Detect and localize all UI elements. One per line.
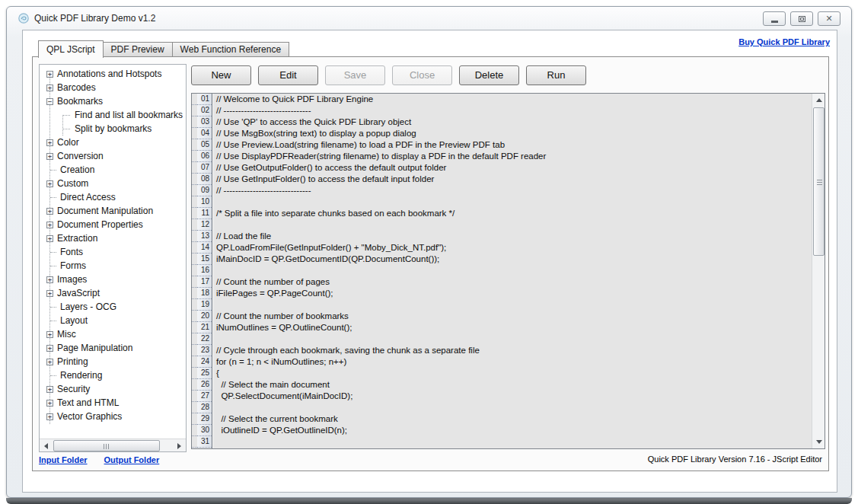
editor-vertical-scrollbar[interactable] (812, 94, 825, 448)
code-line[interactable] (213, 402, 812, 413)
expand-icon[interactable]: + (46, 71, 53, 78)
code-line[interactable]: iOutlineID = QP.GetOutlineID(n); (213, 425, 812, 436)
buy-quick-pdf-library-link[interactable]: Buy Quick PDF Library (738, 37, 830, 46)
tree-item-custom[interactable]: +Custom (40, 177, 186, 190)
code-line[interactable] (213, 436, 812, 448)
code-line[interactable] (213, 219, 812, 231)
tree-item-direct-access[interactable]: Direct Access (40, 190, 186, 204)
expand-icon[interactable]: + (46, 222, 53, 228)
code-line[interactable]: // Use 'QP' to access the Quick PDF Libr… (213, 116, 812, 128)
tree-item-find-and-list-all-bookmarks[interactable]: Find and list all bookmarks (40, 108, 186, 122)
tree-item-color[interactable]: +Color (40, 136, 186, 149)
code-line[interactable]: { (213, 368, 812, 379)
expand-icon[interactable]: + (46, 400, 53, 407)
run-button[interactable]: Run (526, 65, 586, 85)
new-button[interactable]: New (191, 65, 251, 85)
tree-item-rendering[interactable]: Rendering (40, 368, 186, 382)
code-line[interactable]: // Select the main document (213, 379, 812, 391)
expand-icon[interactable]: + (46, 386, 53, 393)
expand-icon[interactable]: + (46, 276, 53, 283)
tree-item-barcodes[interactable]: +Barcodes (40, 81, 186, 94)
delete-button[interactable]: Delete (459, 65, 519, 85)
tree-item-conversion[interactable]: +Conversion (40, 149, 186, 163)
code-line[interactable]: iNumOutlines = QP.OutlineCount(); (213, 322, 812, 333)
tree-item-split-by-bookmarks[interactable]: Split by bookmarks (40, 122, 186, 136)
code-line[interactable]: // Welcome to Quick PDF Library Engine (213, 94, 812, 105)
code-line[interactable]: // Use GetInputFolder() to access the de… (213, 174, 812, 185)
minimize-button[interactable] (763, 11, 786, 26)
scroll-right-arrow[interactable] (173, 439, 186, 452)
edit-button[interactable]: Edit (258, 65, 318, 85)
expand-icon[interactable]: + (46, 413, 53, 420)
code-line[interactable]: // Count the number of bookmarks (213, 311, 812, 322)
expand-icon[interactable]: + (46, 345, 53, 352)
code-line[interactable]: // Use DisplayPDFReader(string filename)… (213, 151, 812, 162)
tree-item-bookmarks[interactable]: −Bookmarks (40, 94, 186, 108)
maximize-button[interactable] (790, 11, 813, 26)
code-line[interactable]: /* Split a file into separate chunks bas… (213, 208, 812, 219)
tree-horizontal-scrollbar[interactable] (40, 439, 186, 451)
code-line[interactable] (213, 299, 812, 311)
code-line[interactable]: // Use GetOutputFolder() to access the d… (213, 162, 812, 174)
scroll-up-arrow[interactable] (812, 94, 825, 107)
client-area: Buy Quick PDF Library QPL JScriptPDF Pre… (22, 30, 837, 493)
scroll-left-arrow[interactable] (40, 439, 53, 452)
input-folder-link[interactable]: Input Folder (39, 455, 88, 464)
expand-icon[interactable]: + (46, 359, 53, 365)
tree-scrollbar-thumb[interactable] (53, 440, 160, 451)
tree-item-fonts[interactable]: Fonts (40, 245, 186, 259)
tree-item-annotations-and-hotspots[interactable]: +Annotations and Hotspots (40, 67, 186, 81)
expand-icon[interactable]: + (46, 331, 53, 338)
tree-item-forms[interactable]: Forms (40, 259, 186, 273)
scroll-down-arrow[interactable] (812, 435, 825, 448)
expand-icon[interactable]: + (46, 139, 53, 146)
tree-item-misc[interactable]: +Misc (40, 327, 186, 341)
code-line[interactable] (213, 333, 812, 345)
code-line[interactable]: // ------------------------------ (213, 185, 812, 196)
tab-web-function-reference[interactable]: Web Function Reference (173, 42, 290, 57)
code-line[interactable]: // Use Preview.Load(string filename) to … (213, 139, 812, 151)
tree-item-text-and-html[interactable]: +Text and HTML (40, 396, 186, 410)
code-line[interactable]: // Select the current bookmark (213, 413, 812, 425)
code-line[interactable]: // Cycle through each bookmark, saving t… (213, 345, 812, 356)
close-button[interactable]: ✕ (818, 11, 840, 26)
editor-scrollbar-thumb[interactable] (813, 107, 825, 256)
tree-item-layers-ocg[interactable]: Layers - OCG (40, 300, 186, 314)
code-line[interactable]: // Count the number of pages (213, 276, 812, 288)
tab-pdf-preview[interactable]: PDF Preview (104, 42, 173, 57)
expand-icon[interactable]: + (46, 235, 53, 242)
expand-icon[interactable]: + (46, 290, 53, 297)
expand-icon[interactable]: + (46, 85, 53, 91)
code-text-area[interactable]: // Welcome to Quick PDF Library Engine//… (213, 94, 812, 448)
code-line[interactable]: // Use MsgBox(string text) to display a … (213, 128, 812, 139)
tree-item-document-manipulation[interactable]: +Document Manipulation (40, 204, 186, 218)
jscript-code-editor[interactable]: 0102030405060708091011121314151617181920… (191, 93, 825, 449)
code-line[interactable]: // ------------------------------ (213, 105, 812, 116)
code-line[interactable] (213, 196, 812, 208)
tree-item-creation[interactable]: Creation (40, 163, 186, 177)
tree-item-printing[interactable]: +Printing (40, 355, 186, 368)
tree-item-vector-graphics[interactable]: +Vector Graphics (40, 410, 186, 423)
tree-item-layout[interactable]: Layout (40, 314, 186, 327)
expand-icon[interactable]: + (46, 180, 53, 187)
code-line[interactable]: for (n = 1; n < iNumOutlines; n++) (213, 356, 812, 368)
gutter-dotted-margin (192, 151, 197, 162)
code-line[interactable]: QP.LoadFromFile(GetInputFolder() + "Moby… (213, 242, 812, 254)
expand-icon[interactable]: + (46, 208, 53, 215)
tree-item-page-manipulation[interactable]: +Page Manipulation (40, 341, 186, 355)
tree-item-document-properties[interactable]: +Document Properties (40, 218, 186, 231)
tree-item-images[interactable]: +Images (40, 273, 186, 286)
code-line[interactable]: iFilePages = QP.PageCount(); (213, 288, 812, 299)
tree-item-javascript[interactable]: +JavaScript (40, 286, 186, 300)
tab-qpl-jscript[interactable]: QPL JScript (38, 40, 104, 58)
tree-item-extraction[interactable]: +Extraction (40, 231, 186, 245)
code-line[interactable]: iMainDocID = QP.GetDocumentID(QP.Documen… (213, 254, 812, 265)
code-line[interactable] (213, 265, 812, 276)
code-line[interactable]: QP.SelectDocument(iMainDocID); (213, 391, 812, 402)
tree-item-security[interactable]: +Security (40, 382, 186, 396)
collapse-icon[interactable]: − (46, 98, 53, 105)
code-line[interactable]: // Load the file (213, 231, 812, 242)
expand-icon[interactable]: + (46, 153, 53, 160)
title-bar[interactable]: Quick PDF Library Demo v1.2 ✕ (7, 7, 851, 30)
output-folder-link[interactable]: Output Folder (104, 455, 160, 464)
